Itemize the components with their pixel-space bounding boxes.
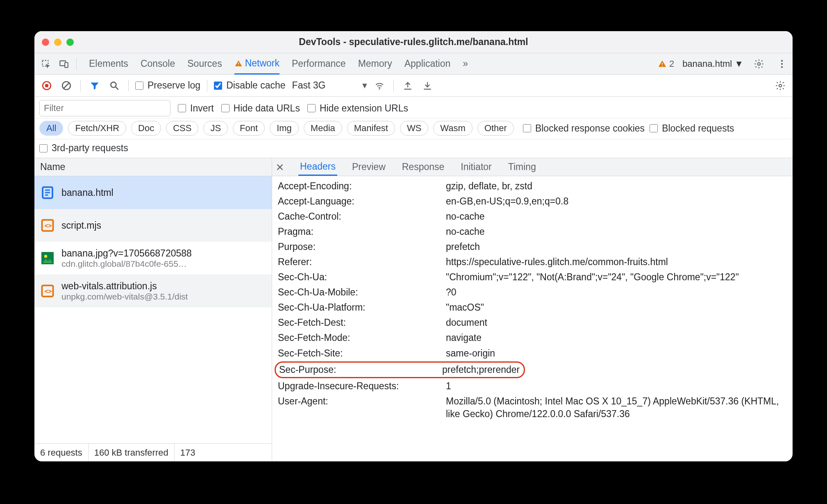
header-key: Sec-Ch-Ua-Mobile: — [278, 286, 446, 299]
type-filter-fetch-xhr[interactable]: Fetch/XHR — [68, 121, 126, 136]
name-column-header[interactable]: Name — [34, 158, 272, 176]
detail-tab-timing[interactable]: Timing — [507, 158, 538, 176]
header-key: Sec-Fetch-Dest: — [278, 316, 446, 329]
details-pane: HeadersPreviewResponseInitiatorTiming Ac… — [272, 158, 793, 461]
type-filter-all[interactable]: All — [39, 121, 63, 136]
clear-button[interactable] — [59, 78, 74, 93]
file-type-icon — [39, 250, 56, 266]
header-key: Purpose: — [278, 241, 446, 253]
device-toolbar-icon[interactable] — [57, 57, 71, 71]
header-row: Sec-Fetch-Site:same-origin — [272, 346, 793, 361]
status-transferred: 160 kB transferred — [89, 444, 175, 461]
more-tabs-button[interactable]: » — [463, 53, 468, 74]
blocked-cookies-checkbox[interactable]: Blocked response cookies — [523, 123, 645, 134]
header-key: Sec-Fetch-Site: — [278, 347, 446, 360]
header-value: no-cache — [446, 225, 787, 238]
throttling-selector[interactable]: Fast 3G ▾ — [292, 80, 368, 91]
headers-list[interactable]: Accept-Encoding:gzip, deflate, br, zstdA… — [272, 176, 793, 461]
dropdown-caret-icon: ▾ — [362, 80, 367, 91]
filter-input[interactable] — [39, 100, 170, 116]
hide-data-urls-label: Hide data URLs — [234, 103, 300, 114]
header-key: Sec-Ch-Ua: — [278, 271, 446, 284]
header-value: document — [446, 316, 787, 329]
blocked-requests-checkbox[interactable]: Blocked requests — [650, 123, 734, 134]
tab-console[interactable]: Console — [141, 53, 175, 74]
tab-performance[interactable]: Performance — [292, 53, 346, 74]
type-filter-img[interactable]: Img — [270, 121, 299, 136]
content-area: Name banana.html<>script.mjsbanana.jpg?v… — [34, 158, 793, 461]
tab-sources[interactable]: Sources — [187, 53, 222, 74]
type-filter-other[interactable]: Other — [477, 121, 514, 136]
detail-tab-preview[interactable]: Preview — [350, 158, 387, 176]
type-filter-js[interactable]: JS — [203, 121, 228, 136]
preserve-log-checkbox[interactable]: Preserve log — [135, 80, 200, 91]
type-filter-media[interactable]: Media — [304, 121, 342, 136]
context-label: banana.html — [682, 59, 732, 69]
header-row: Sec-Fetch-Dest:document — [272, 315, 793, 330]
detail-tab-initiator[interactable]: Initiator — [459, 158, 493, 176]
header-row: Sec-Ch-Ua-Mobile:?0 — [272, 285, 793, 300]
type-filter-manifest[interactable]: Manifest — [347, 121, 395, 136]
type-filter-wasm[interactable]: Wasm — [433, 121, 473, 136]
hide-data-urls-checkbox[interactable]: Hide data URLs — [221, 103, 300, 114]
header-row: Accept-Encoding:gzip, deflate, br, zstd — [272, 179, 793, 194]
request-row[interactable]: banana.jpg?v=1705668720588cdn.glitch.glo… — [34, 242, 272, 275]
tab-elements[interactable]: Elements — [89, 53, 128, 74]
export-har-icon[interactable] — [400, 78, 415, 93]
issues-badge[interactable]: 2 — [658, 59, 674, 69]
inspect-element-icon[interactable] — [39, 57, 53, 71]
svg-rect-12 — [45, 84, 48, 87]
type-filter-css[interactable]: CSS — [166, 121, 198, 136]
request-row[interactable]: banana.html — [34, 176, 272, 209]
type-filter-ws[interactable]: WS — [400, 121, 428, 136]
type-filter-doc[interactable]: Doc — [131, 121, 161, 136]
header-value: ?0 — [446, 286, 787, 299]
header-key: Pragma: — [278, 225, 446, 238]
status-resources: 173 — [175, 444, 201, 461]
request-name: script.mjs — [61, 220, 101, 231]
svg-text:<>: <> — [45, 222, 52, 229]
header-value: prefetch;prerender — [442, 363, 520, 376]
filter-toggle-icon[interactable] — [87, 78, 102, 93]
request-row[interactable]: <>web-vitals.attribution.jsunpkg.com/web… — [34, 275, 272, 307]
file-type-icon — [39, 184, 56, 201]
disable-cache-checkbox[interactable]: Disable cache — [214, 80, 285, 91]
third-party-checkbox[interactable]: 3rd-party requests — [39, 143, 788, 154]
hide-extension-urls-checkbox[interactable]: Hide extension URLs — [307, 103, 408, 114]
file-type-icon: <> — [39, 217, 56, 234]
network-toolbar: Preserve log Disable cache Fast 3G ▾ — [34, 75, 793, 97]
separator — [207, 80, 207, 91]
header-row: Sec-Ch-Ua:"Chromium";v="122", "Not(A:Bra… — [272, 270, 793, 285]
status-requests: 6 requests — [34, 444, 89, 461]
requests-list: banana.html<>script.mjsbanana.jpg?v=1705… — [34, 176, 272, 443]
import-har-icon[interactable] — [420, 78, 435, 93]
header-key: Sec-Ch-Ua-Platform: — [278, 301, 446, 314]
search-icon[interactable] — [107, 78, 122, 93]
context-selector[interactable]: banana.html ▼ — [682, 59, 743, 69]
settings-icon[interactable] — [752, 57, 766, 71]
more-menu-icon[interactable] — [775, 57, 789, 71]
hide-extension-urls-label: Hide extension URLs — [320, 103, 408, 114]
header-row: Upgrade-Insecure-Requests:1 — [272, 379, 793, 394]
header-row: Pragma:no-cache — [272, 224, 793, 239]
network-conditions-icon[interactable] — [372, 78, 387, 93]
header-row: Sec-Purpose:prefetch;prerender — [272, 361, 793, 379]
tab-memory[interactable]: Memory — [358, 53, 392, 74]
separator — [128, 80, 129, 91]
svg-line-14 — [64, 83, 69, 88]
invert-checkbox[interactable]: Invert — [178, 103, 214, 114]
type-filter-font[interactable]: Font — [233, 121, 265, 136]
throttling-label: Fast 3G — [292, 80, 326, 91]
network-settings-icon[interactable] — [773, 78, 788, 93]
detail-tab-headers[interactable]: Headers — [298, 158, 337, 176]
tab-application[interactable]: Application — [404, 53, 451, 74]
close-details-button[interactable] — [275, 163, 288, 172]
separator — [393, 80, 394, 91]
record-button[interactable] — [39, 78, 54, 93]
detail-tab-response[interactable]: Response — [400, 158, 446, 176]
tab-network[interactable]: Network — [234, 54, 279, 75]
details-tabs: HeadersPreviewResponseInitiatorTiming — [272, 158, 793, 176]
svg-point-15 — [111, 82, 116, 87]
request-row[interactable]: <>script.mjs — [34, 209, 272, 242]
blocked-cookies-label: Blocked response cookies — [535, 123, 645, 134]
